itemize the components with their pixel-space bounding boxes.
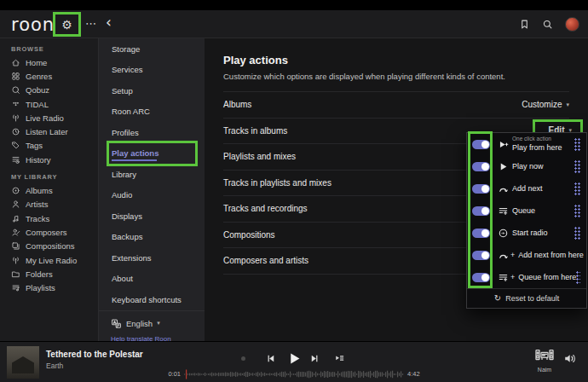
row-label: Albums xyxy=(223,100,251,109)
sidebar-item-playlists[interactable]: Playlists xyxy=(0,281,98,294)
toggle-switch[interactable] xyxy=(472,206,490,216)
drag-handle-icon[interactable] xyxy=(576,271,580,284)
waveform-seekbar[interactable] xyxy=(184,369,404,379)
sidebar-item-albums[interactable]: Albums xyxy=(0,183,98,197)
option-label: Add next from here xyxy=(518,252,584,259)
settings-menu-item-roon-arc[interactable]: Roon ARC xyxy=(99,101,205,123)
album-art[interactable] xyxy=(7,346,39,379)
artists-icon xyxy=(11,200,20,209)
zone-speaker-icon xyxy=(534,350,555,364)
sidebar-item-live-radio[interactable]: Live Radio xyxy=(0,111,98,124)
option-note: One click action xyxy=(512,136,562,142)
more-menu-icon[interactable]: ⋯ xyxy=(85,17,96,30)
sidebar-item-history[interactable]: History xyxy=(0,153,98,166)
queue-button[interactable] xyxy=(334,353,345,364)
option-label: Play now xyxy=(512,163,544,171)
settings-menu-item-audio[interactable]: Audio xyxy=(99,185,205,206)
play-plus-icon xyxy=(498,139,509,150)
play-button[interactable] xyxy=(287,351,302,366)
settings-menu-item-library[interactable]: Library xyxy=(99,164,205,185)
drag-handle-icon[interactable] xyxy=(574,160,580,173)
sidebar-item-artists[interactable]: Artists xyxy=(0,198,98,211)
sidebar-item-qobuz[interactable]: Qobuz xyxy=(0,84,98,97)
settings-menu-item-displays[interactable]: Displays xyxy=(99,205,205,227)
sidebar-item-tracks[interactable]: Tracks xyxy=(0,211,98,225)
sidebar-item-compositions[interactable]: Compositions xyxy=(0,240,98,253)
toggle-switch[interactable] xyxy=(472,140,490,149)
play-option-row: + Queue xyxy=(467,200,586,222)
drag-handle-icon[interactable] xyxy=(574,138,580,151)
arc-icon xyxy=(498,183,509,194)
drag-handle-icon[interactable] xyxy=(574,182,580,195)
sidebar-item-tidal[interactable]: TIDAL xyxy=(0,97,98,111)
option-label: Play from here xyxy=(512,144,562,152)
tidal-icon xyxy=(11,100,20,109)
play-option-list: + One click action Play from here + Play… xyxy=(467,133,586,288)
folders-icon xyxy=(11,269,20,279)
toggle-switch[interactable] xyxy=(472,184,490,194)
sidebar: BROWSE Home Genres Qobuz TIDAL Live Radi… xyxy=(0,38,98,341)
option-label: Add next xyxy=(512,185,543,193)
volume-icon[interactable] xyxy=(563,352,576,365)
queue-plus-icon xyxy=(498,272,509,283)
option-label: Queue from here xyxy=(518,274,576,281)
drag-handle-icon[interactable] xyxy=(574,227,580,240)
settings-menu: Storage Services Setup Roon ARC Profiles… xyxy=(98,38,205,341)
sidebar-item-listen-later[interactable]: Listen Later xyxy=(0,124,98,138)
row-label: Compositions xyxy=(223,230,275,240)
settings-menu-item-setup[interactable]: Setup xyxy=(99,80,205,101)
track-artist[interactable]: Earth xyxy=(46,362,63,370)
settings-menu-item-extensions[interactable]: Extensions xyxy=(99,247,205,269)
settings-menu-item-play-actions[interactable]: Play actions xyxy=(99,143,205,165)
play-option-row: + Start radio xyxy=(467,222,586,244)
sidebar-item-folders[interactable]: Folders xyxy=(0,267,98,281)
sidebar-item-tags[interactable]: Tags xyxy=(0,139,98,153)
page-description: Customize which options are displayed wh… xyxy=(223,72,569,81)
user-avatar[interactable] xyxy=(565,17,579,32)
settings-gear-icon[interactable]: ⚙ xyxy=(61,18,72,32)
genres-icon xyxy=(11,72,20,81)
toggle-switch[interactable] xyxy=(472,251,490,260)
play-option-row: + Add next from here xyxy=(467,244,586,266)
toggle-switch[interactable] xyxy=(472,273,490,282)
play-actions-row: Albums Customize ▾ xyxy=(223,92,569,119)
customize-button[interactable]: Customize ▾ xyxy=(522,100,569,109)
header-actions xyxy=(519,10,579,38)
page-title: Play actions xyxy=(223,54,569,67)
toggle-switch[interactable] xyxy=(472,162,490,171)
search-icon[interactable] xyxy=(542,19,553,30)
player-dot-indicator xyxy=(241,356,245,361)
reset-icon: ↻ xyxy=(494,293,501,303)
bookmark-icon[interactable] xyxy=(519,19,530,30)
settings-menu-item-backups[interactable]: Backups xyxy=(99,227,205,248)
plus-icon: + xyxy=(510,273,515,281)
queue-plus-icon xyxy=(498,205,509,217)
sidebar-item-genres[interactable]: Genres xyxy=(0,69,98,83)
sidebar-item-my-live-radio[interactable]: My Live Radio xyxy=(0,253,98,267)
reset-to-default-button[interactable]: ↻ Reset to default xyxy=(467,288,586,307)
settings-menu-item-about[interactable]: About xyxy=(99,269,205,290)
total-time: 4:42 xyxy=(407,370,420,378)
radio-icon xyxy=(498,228,509,239)
previous-track-button[interactable] xyxy=(265,353,276,364)
settings-menu-item-keyboard-shortcuts[interactable]: Keyboard shortcuts xyxy=(99,289,205,310)
settings-menu-item-storage[interactable]: Storage xyxy=(99,38,205,60)
toggle-switch[interactable] xyxy=(472,229,490,238)
track-title[interactable]: Tethered to the Polestar xyxy=(46,350,143,359)
zone-selector[interactable]: Naim xyxy=(532,348,557,373)
my-live-radio-icon xyxy=(11,256,20,265)
sidebar-item-composers[interactable]: Composers xyxy=(0,225,98,239)
next-track-button[interactable] xyxy=(309,353,320,364)
plus-icon: + xyxy=(510,251,515,259)
drag-handle-icon[interactable] xyxy=(574,205,580,217)
settings-menu-item-services[interactable]: Services xyxy=(99,60,205,81)
home-icon xyxy=(11,58,20,67)
caret-down-icon: ▾ xyxy=(566,101,569,108)
play-option-row: + One click action Play from here xyxy=(467,133,586,155)
back-chevron-icon[interactable]: ‹ xyxy=(106,14,112,31)
sidebar-item-home[interactable]: Home xyxy=(0,55,98,69)
reset-label: Reset to default xyxy=(505,294,559,303)
player-bar: Tethered to the Polestar Earth 0:01 4:42… xyxy=(0,341,588,382)
language-selector[interactable]: English ▾ xyxy=(111,318,205,329)
compositions-icon xyxy=(11,241,20,251)
